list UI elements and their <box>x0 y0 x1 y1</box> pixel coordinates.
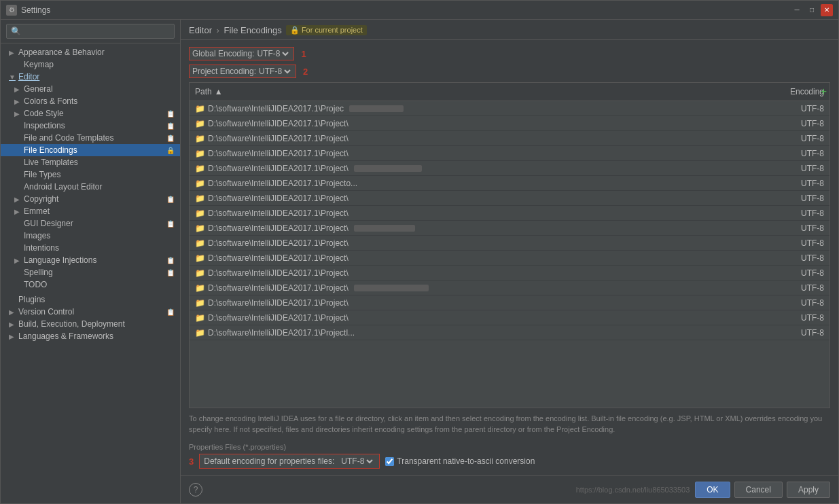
row-encoding: UTF-8 <box>748 312 829 324</box>
folder-icon: 📁 <box>195 164 205 173</box>
add-encoding-button[interactable]: + <box>821 86 827 98</box>
table-row[interactable]: 📁 D:\software\IntelliJIDEA2017.1\Project… <box>190 251 829 266</box>
row-encoding: UTF-8 <box>748 118 829 130</box>
properties-label: Properties Files (*.properties) <box>189 443 830 451</box>
checkbox-row: Transparent native-to-ascii conversion <box>385 456 535 466</box>
sidebar-item-android-layout[interactable]: Android Layout Editor <box>1 181 180 193</box>
table-body: 📁 D:\software\IntelliJIDEA2017.1\Projec … <box>190 101 829 408</box>
row-encoding: UTF-8 <box>748 267 829 279</box>
folder-icon: 📁 <box>195 298 205 308</box>
sidebar-item-colors-fonts[interactable]: ▶ Colors & Fonts <box>1 95 180 107</box>
help-button[interactable]: ? <box>189 483 202 497</box>
sidebar-item-version-control[interactable]: ▶ Version Control 📋 <box>1 306 180 318</box>
sidebar-item-intentions[interactable]: Intentions <box>1 242 180 254</box>
default-encoding-select[interactable]: UTF-8 <box>338 456 375 467</box>
breadcrumb: Editor › File Encodings <box>189 25 282 35</box>
table-row[interactable]: 📁 D:\software\IntelliJIDEA2017.1\Project… <box>190 325 829 340</box>
default-encoding-wrapper[interactable]: Default encoding for properties files: U… <box>199 454 380 469</box>
sidebar-item-keymap[interactable]: Keymap <box>1 58 180 71</box>
row-encoding: UTF-8 <box>748 282 829 294</box>
global-encoding-wrapper[interactable]: Global Encoding: UTF-8 <box>189 47 294 60</box>
sidebar-item-emmet[interactable]: ▶ Emmet <box>1 205 180 217</box>
row-encoding: UTF-8 <box>748 147 829 160</box>
content-area: ▶ Appearance & Behavior Keymap ▼ Editor … <box>1 20 838 503</box>
sidebar-item-file-code-templates[interactable]: File and Code Templates 📋 <box>1 132 180 144</box>
folder-icon: 📁 <box>195 104 205 113</box>
sidebar-item-spelling[interactable]: Spelling 📋 <box>1 266 180 278</box>
row-path: 📁 D:\software\IntelliJIDEA2017.1\Projec <box>190 103 748 115</box>
for-project-badge: 🔒 For current project <box>286 25 367 35</box>
ok-button[interactable]: OK <box>695 482 730 498</box>
col-path-header: Path ▲ <box>190 86 748 98</box>
row-path: 📁 D:\software\IntelliJIDEA2017.1\Project… <box>190 207 748 219</box>
row-path: 📁 D:\software\IntelliJIDEA2017.1\Project… <box>190 132 748 145</box>
apply-button[interactable]: Apply <box>787 482 830 498</box>
sidebar-item-copyright[interactable]: ▶ Copyright 📋 <box>1 193 180 205</box>
sidebar-item-todo[interactable]: TODO <box>1 278 180 291</box>
table-row[interactable]: 📁 D:\software\IntelliJIDEA2017.1\Project… <box>190 310 829 325</box>
search-input[interactable] <box>6 24 175 39</box>
table-row[interactable]: 📁 D:\software\IntelliJIDEA2017.1\Project… <box>190 131 829 146</box>
close-button[interactable]: ✕ <box>821 4 833 16</box>
sidebar-item-file-types[interactable]: File Types <box>1 168 180 181</box>
default-encoding-label: Default encoding for properties files: <box>204 456 334 466</box>
folder-icon: 📁 <box>195 134 205 143</box>
folder-icon: 📁 <box>195 194 205 203</box>
row-path: 📁 D:\software\IntelliJIDEA2017.1\Project… <box>190 118 748 130</box>
properties-section: Properties Files (*.properties) 3 Defaul… <box>189 443 830 469</box>
project-encoding-select[interactable]: UTF-8 <box>256 66 293 77</box>
settings-window: ⚙ Settings ─ □ ✕ ▶ Appearance & Behavior <box>0 0 839 504</box>
maximize-button[interactable]: □ <box>806 4 818 16</box>
blurred-path <box>354 165 422 172</box>
sidebar-item-code-style[interactable]: ▶ Code Style 📋 <box>1 107 180 120</box>
global-encoding-label: Global Encoding: <box>192 49 254 58</box>
sidebar-item-inspections[interactable]: Inspections 📋 <box>1 120 180 132</box>
global-encoding-row: Global Encoding: UTF-8 1 <box>189 47 830 60</box>
project-encoding-label: Project Encoding: <box>192 67 256 76</box>
sidebar-item-editor[interactable]: ▼ Editor <box>1 71 180 83</box>
sidebar-item-plugins[interactable]: Plugins <box>1 293 180 306</box>
app-icon: ⚙ <box>6 5 17 16</box>
cancel-button[interactable]: Cancel <box>734 482 783 498</box>
row-encoding: UTF-8 <box>748 132 829 145</box>
sidebar-item-gui-designer[interactable]: GUI Designer 📋 <box>1 217 180 230</box>
sidebar-item-languages[interactable]: ▶ Languages & Frameworks <box>1 330 180 342</box>
sidebar-item-images[interactable]: Images <box>1 230 180 242</box>
table-row[interactable]: 📁 D:\software\IntelliJIDEA2017.1\Project… <box>190 116 829 131</box>
table-row[interactable]: 📁 D:\software\IntelliJIDEA2017.1\Project… <box>190 176 829 191</box>
sidebar-item-language-injections[interactable]: ▶ Language Injections 📋 <box>1 254 180 266</box>
info-text: To change encoding IntelliJ IDEA uses fo… <box>189 414 830 435</box>
table-row[interactable]: 📁 D:\software\IntelliJIDEA2017.1\Project… <box>190 206 829 221</box>
sidebar-item-file-encodings[interactable]: File Encodings 🔒 <box>1 144 180 156</box>
sidebar-item-live-templates[interactable]: Live Templates <box>1 156 180 168</box>
row-encoding: UTF-8 <box>748 237 829 249</box>
breadcrumb-editor: Editor <box>189 25 212 35</box>
minimize-button[interactable]: ─ <box>791 4 803 16</box>
project-encoding-row: Project Encoding: UTF-8 2 <box>189 65 830 78</box>
panel-body: Global Encoding: UTF-8 1 Project Encodin… <box>181 40 838 475</box>
sidebar-item-appearance[interactable]: ▶ Appearance & Behavior <box>1 46 180 58</box>
table-row[interactable]: 📁 D:\software\IntelliJIDEA2017.1\Project… <box>190 281 829 295</box>
table-row[interactable]: 📁 D:\software\IntelliJIDEA2017.1\Project… <box>190 161 829 176</box>
table-row[interactable]: 📁 D:\software\IntelliJIDEA2017.1\Project… <box>190 221 829 236</box>
folder-icon: 📁 <box>195 268 205 278</box>
table-row[interactable]: 📁 D:\software\IntelliJIDEA2017.1\Project… <box>190 191 829 206</box>
row-encoding: UTF-8 <box>748 162 829 175</box>
transparent-label[interactable]: Transparent native-to-ascii conversion <box>397 456 535 466</box>
sidebar-item-build[interactable]: ▶ Build, Execution, Deployment <box>1 318 180 330</box>
table-row[interactable]: 📁 D:\software\IntelliJIDEA2017.1\Project… <box>190 236 829 251</box>
search-box <box>1 20 180 43</box>
table-row[interactable]: 📁 D:\software\IntelliJIDEA2017.1\Project… <box>190 146 829 161</box>
table-row[interactable]: 📁 D:\software\IntelliJIDEA2017.1\Project… <box>190 295 829 310</box>
row-encoding: UTF-8 <box>748 177 829 190</box>
transparent-checkbox[interactable] <box>385 457 394 466</box>
main-panel: Editor › File Encodings 🔒 For current pr… <box>181 20 838 503</box>
sidebar-item-general[interactable]: ▶ General <box>1 83 180 95</box>
row-path: 📁 D:\software\IntelliJIDEA2017.1\Project… <box>190 267 748 279</box>
global-encoding-select[interactable]: UTF-8 <box>254 48 291 59</box>
table-row[interactable]: 📁 D:\software\IntelliJIDEA2017.1\Projec … <box>190 101 829 116</box>
folder-icon: 📁 <box>195 238 205 248</box>
project-encoding-wrapper[interactable]: Project Encoding: UTF-8 <box>189 65 296 78</box>
table-row[interactable]: 📁 D:\software\IntelliJIDEA2017.1\Project… <box>190 266 829 281</box>
row-path: 📁 D:\software\IntelliJIDEA2017.1\Project… <box>190 147 748 160</box>
